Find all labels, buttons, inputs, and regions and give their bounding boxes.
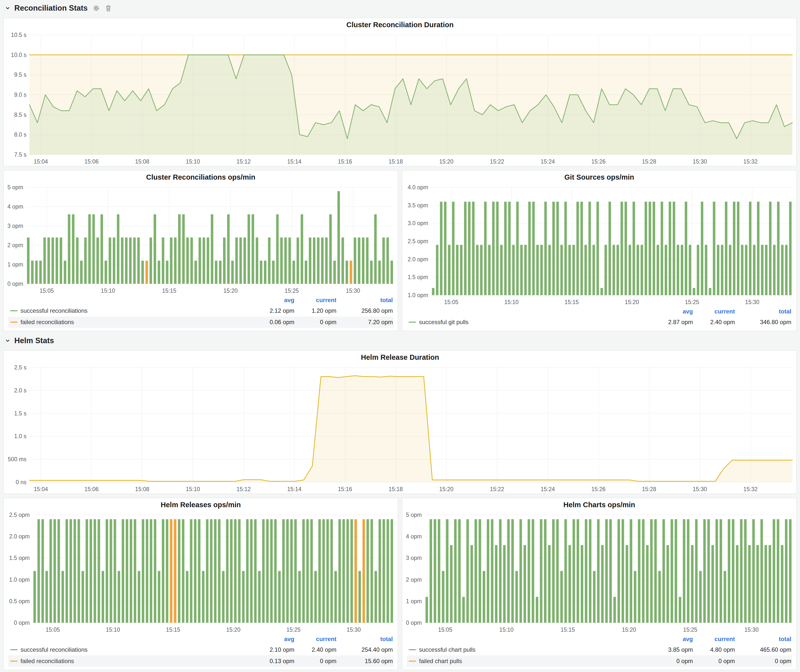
- bar-successful: [129, 238, 131, 284]
- x-axis-label: 15:20: [223, 288, 238, 294]
- bar-successful: [374, 571, 377, 623]
- legend-series-toggle[interactable]: successful reconciliations: [10, 646, 88, 653]
- bar-successful: [516, 202, 519, 295]
- bar-successful: [568, 545, 571, 623]
- legend-sort-total[interactable]: total: [336, 636, 393, 643]
- bar-successful: [544, 519, 546, 623]
- bar-successful: [146, 519, 148, 623]
- legend-sort-current[interactable]: current: [693, 636, 735, 643]
- bar-successful: [48, 238, 50, 284]
- bar-successful: [634, 571, 636, 623]
- bar-successful: [761, 245, 763, 295]
- bar-successful: [138, 571, 140, 623]
- bar-successful: [733, 202, 736, 295]
- panel-title[interactable]: Cluster Reconciliations ops/min: [4, 170, 398, 184]
- grafana-dashboard: Reconciliation Stats Cluster Reconciliat…: [0, 0, 800, 672]
- trash-icon[interactable]: [105, 5, 112, 12]
- legend-sort-avg[interactable]: avg: [257, 636, 294, 643]
- bar-successful: [126, 519, 128, 623]
- legend-sort-total[interactable]: total: [735, 308, 791, 315]
- panel-title[interactable]: Helm Release Duration: [4, 350, 796, 364]
- bar-successful: [488, 245, 491, 295]
- bar-successful: [432, 288, 434, 295]
- legend-sort-total[interactable]: total: [735, 636, 791, 643]
- bar-successful: [632, 202, 635, 295]
- bar-successful: [560, 245, 563, 295]
- legend-sort-avg[interactable]: avg: [656, 636, 693, 643]
- panel-title[interactable]: Helm Releases ops/min: [4, 498, 398, 511]
- x-axis-label: 15:12: [237, 158, 251, 165]
- bar-successful: [317, 238, 319, 284]
- bar-successful: [601, 545, 603, 623]
- bar-successful: [679, 597, 681, 623]
- bar-successful: [646, 545, 649, 623]
- legend-series-toggle[interactable]: failed chart pulls: [409, 658, 462, 665]
- bar-successful: [789, 202, 792, 295]
- legend-sort-total[interactable]: total: [336, 297, 393, 304]
- bar-successful: [305, 261, 307, 284]
- git-sources-chart[interactable]: 1.0 opm1.5 opm2.0 opm2.5 opm3.0 opm3.5 o…: [402, 184, 796, 307]
- legend-series-toggle[interactable]: successful reconciliations: [10, 307, 88, 314]
- legend-series-label: successful reconciliations: [21, 307, 88, 314]
- legend-sort-avg[interactable]: avg: [656, 308, 693, 315]
- y-axis-label: 2.0 opm: [9, 533, 30, 540]
- bar-successful: [88, 214, 91, 284]
- bar-successful: [222, 571, 225, 623]
- bar-successful: [462, 597, 465, 623]
- y-axis-label: 2.0 s: [14, 387, 26, 394]
- dashboard-row-reconciliation-stats[interactable]: Reconciliation Stats: [3, 2, 797, 14]
- bar-successful: [230, 519, 232, 623]
- legend-sort-current[interactable]: current: [693, 308, 735, 315]
- bar-successful: [515, 571, 518, 623]
- row-title-reconciliation-stats[interactable]: Reconciliation Stats: [14, 4, 88, 13]
- bar-successful: [638, 519, 640, 623]
- gear-icon[interactable]: [93, 5, 100, 12]
- bar-successful: [326, 519, 329, 623]
- y-axis-label: 1.0 s: [14, 433, 26, 439]
- panel-helm-release-duration: Helm Release Duration 0 ns500 ms1.0 s1.5…: [3, 350, 797, 494]
- chevron-down-icon[interactable]: [5, 5, 11, 11]
- legend-series-toggle[interactable]: successful git pulls: [409, 319, 469, 326]
- bar-successful: [102, 571, 104, 623]
- bar-successful: [227, 214, 230, 284]
- bar-successful: [203, 238, 205, 284]
- y-axis-label: 8.0 s: [14, 131, 26, 138]
- legend-sort-current[interactable]: current: [294, 636, 336, 643]
- bar-successful: [331, 519, 333, 623]
- bar-successful: [446, 519, 448, 623]
- bar-successful: [80, 261, 83, 284]
- helm-charts-chart[interactable]: 0 opm1 opm2 opm3 opm4 opm5 opm15:0515:10…: [402, 511, 796, 634]
- legend-series-toggle[interactable]: failed reconciliations: [10, 319, 74, 326]
- cluster-reconciliation-duration-chart[interactable]: 7.5 s8.0 s8.5 s9.0 s9.5 s10.0 s10.5 s15:…: [4, 31, 796, 166]
- x-axis-label: 15:16: [338, 158, 352, 165]
- chevron-down-icon[interactable]: [5, 338, 11, 344]
- bar-successful: [297, 238, 299, 284]
- row-title-helm-stats[interactable]: Helm Stats: [14, 336, 54, 345]
- helm-releases-chart[interactable]: 0 opm0.5 opm1.0 opm1.5 opm2.0 opm2.5 opm…: [4, 511, 398, 634]
- x-axis-label: 15:06: [84, 158, 99, 165]
- panel-title[interactable]: Helm Charts ops/min: [402, 498, 796, 511]
- cluster-reconciliations-chart[interactable]: 0 opm1 opm2 opm3 opm4 opm5 opm15:0515:10…: [4, 184, 398, 295]
- legend-sort-current[interactable]: current: [294, 297, 336, 304]
- bar-successful: [293, 261, 295, 284]
- legend-sort-avg[interactable]: avg: [257, 297, 294, 304]
- bar-successful: [613, 245, 615, 295]
- panel-title[interactable]: Cluster Reconciliation Duration: [4, 18, 796, 31]
- x-axis-label: 15:06: [84, 486, 99, 492]
- dashboard-row-helm-stats[interactable]: Helm Stats: [3, 335, 797, 346]
- legend-series-toggle[interactable]: successful chart pulls: [409, 646, 475, 653]
- series-color-dash-icon: [10, 649, 18, 650]
- legend-value-total: 346.80 opm: [735, 319, 791, 326]
- bar-successful: [650, 519, 653, 623]
- panel-title[interactable]: Git Sources ops/min: [402, 170, 796, 184]
- legend-series-toggle[interactable]: failed reconciliations: [10, 658, 74, 665]
- y-axis-label: 1.0 opm: [408, 292, 428, 298]
- bar-successful: [426, 597, 428, 623]
- helm-release-duration-chart[interactable]: 0 ns500 ms1.0 s1.5 s2.0 s2.5 s15:0415:06…: [4, 364, 796, 494]
- bar-successful: [697, 245, 699, 295]
- bar-successful: [520, 245, 523, 295]
- bar-successful: [757, 202, 760, 295]
- legend-value-current: 0 opm: [294, 658, 336, 665]
- bar-successful: [744, 519, 747, 623]
- y-axis-label: 8.5 s: [14, 112, 26, 118]
